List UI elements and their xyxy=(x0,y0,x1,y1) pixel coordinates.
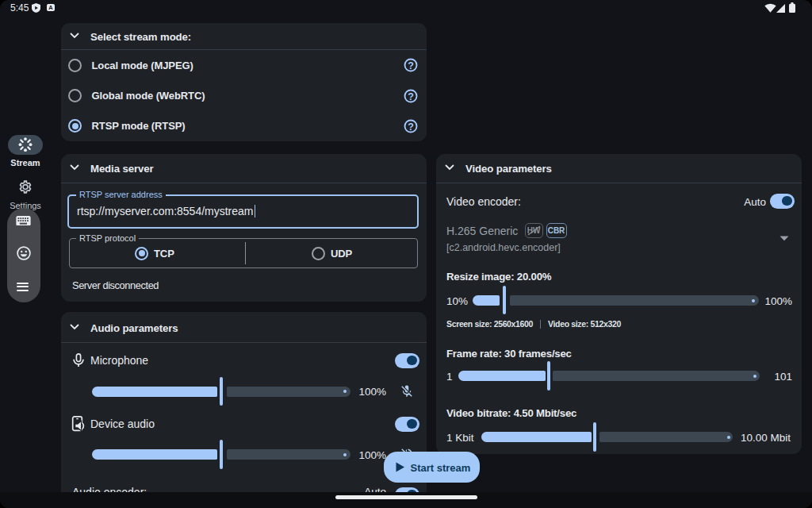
svg-text:?: ? xyxy=(408,90,414,102)
svg-text:?: ? xyxy=(408,121,414,132)
svg-text:?: ? xyxy=(408,60,414,71)
